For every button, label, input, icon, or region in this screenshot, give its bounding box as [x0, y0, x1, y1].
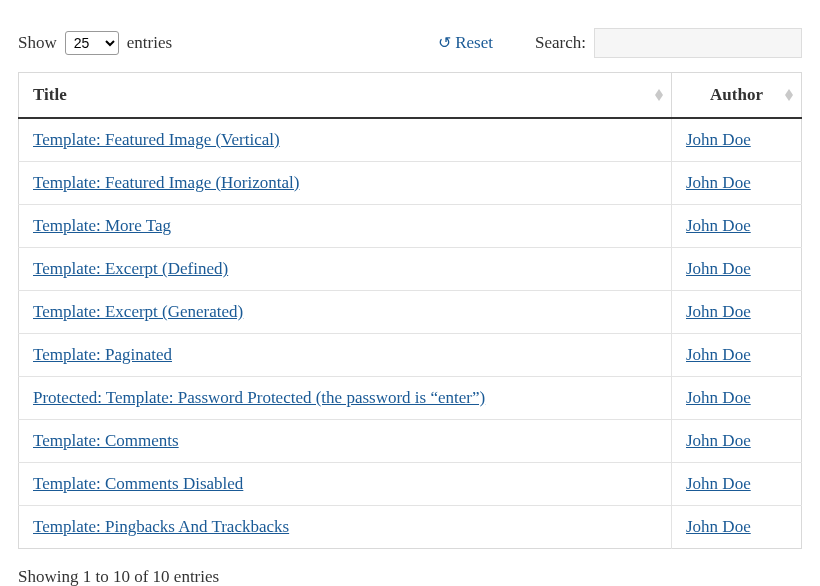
sort-icon — [785, 89, 793, 101]
post-title-link[interactable]: Template: Featured Image (Horizontal) — [33, 173, 299, 192]
table-row: Template: Pingbacks And TrackbacksJohn D… — [19, 506, 802, 549]
reset-button[interactable]: ↺ Reset — [438, 33, 493, 53]
author-link[interactable]: John Doe — [686, 474, 751, 493]
cell-author: John Doe — [672, 291, 802, 334]
reset-label: Reset — [455, 33, 493, 53]
show-label: Show — [18, 33, 57, 53]
column-header-author[interactable]: Author — [672, 73, 802, 119]
column-header-title[interactable]: Title — [19, 73, 672, 119]
post-title-link[interactable]: Template: More Tag — [33, 216, 171, 235]
cell-title: Template: Featured Image (Vertical) — [19, 118, 672, 162]
cell-author: John Doe — [672, 162, 802, 205]
author-link[interactable]: John Doe — [686, 130, 751, 149]
cell-title: Template: Paginated — [19, 334, 672, 377]
author-link[interactable]: John Doe — [686, 216, 751, 235]
author-link[interactable]: John Doe — [686, 345, 751, 364]
post-title-link[interactable]: Template: Featured Image (Vertical) — [33, 130, 280, 149]
reset-icon: ↺ — [438, 35, 451, 51]
table-info: Showing 1 to 10 of 10 entries — [18, 567, 802, 586]
author-link[interactable]: John Doe — [686, 302, 751, 321]
cell-author: John Doe — [672, 377, 802, 420]
post-title-link[interactable]: Template: Comments Disabled — [33, 474, 243, 493]
table-row: Template: More TagJohn Doe — [19, 205, 802, 248]
table-row: Template: Featured Image (Horizontal)Joh… — [19, 162, 802, 205]
author-link[interactable]: John Doe — [686, 259, 751, 278]
author-link[interactable]: John Doe — [686, 173, 751, 192]
search-input[interactable] — [594, 28, 802, 58]
cell-title: Protected: Template: Password Protected … — [19, 377, 672, 420]
cell-title: Template: More Tag — [19, 205, 672, 248]
cell-author: John Doe — [672, 118, 802, 162]
entries-label: entries — [127, 33, 172, 53]
post-title-link[interactable]: Protected: Template: Password Protected … — [33, 388, 485, 407]
post-title-link[interactable]: Template: Paginated — [33, 345, 172, 364]
cell-title: Template: Excerpt (Generated) — [19, 291, 672, 334]
table-row: Template: Comments DisabledJohn Doe — [19, 463, 802, 506]
cell-author: John Doe — [672, 334, 802, 377]
page-length-control: Show 102550100 entries — [18, 31, 172, 55]
column-author-label: Author — [710, 85, 763, 104]
cell-author: John Doe — [672, 205, 802, 248]
sort-icon — [655, 89, 663, 101]
cell-author: John Doe — [672, 420, 802, 463]
author-link[interactable]: John Doe — [686, 388, 751, 407]
table-body: Template: Featured Image (Vertical)John … — [19, 118, 802, 549]
cell-title: Template: Pingbacks And Trackbacks — [19, 506, 672, 549]
author-link[interactable]: John Doe — [686, 431, 751, 450]
column-title-label: Title — [33, 85, 67, 104]
page-length-select[interactable]: 102550100 — [65, 31, 119, 55]
cell-title: Template: Featured Image (Horizontal) — [19, 162, 672, 205]
cell-title: Template: Excerpt (Defined) — [19, 248, 672, 291]
post-title-link[interactable]: Template: Pingbacks And Trackbacks — [33, 517, 289, 536]
search-control: Search: — [535, 28, 802, 58]
posts-table: Title Author Template: Featured Image (V… — [18, 72, 802, 549]
table-row: Template: Featured Image (Vertical)John … — [19, 118, 802, 162]
cell-title: Template: Comments Disabled — [19, 463, 672, 506]
post-title-link[interactable]: Template: Excerpt (Defined) — [33, 259, 228, 278]
post-title-link[interactable]: Template: Excerpt (Generated) — [33, 302, 243, 321]
table-row: Template: CommentsJohn Doe — [19, 420, 802, 463]
table-row: Template: Excerpt (Generated)John Doe — [19, 291, 802, 334]
cell-author: John Doe — [672, 506, 802, 549]
table-row: Template: PaginatedJohn Doe — [19, 334, 802, 377]
table-row: Template: Excerpt (Defined)John Doe — [19, 248, 802, 291]
post-title-link[interactable]: Template: Comments — [33, 431, 179, 450]
search-label: Search: — [535, 33, 586, 53]
author-link[interactable]: John Doe — [686, 517, 751, 536]
cell-author: John Doe — [672, 248, 802, 291]
table-toolbar: Show 102550100 entries ↺ Reset Search: — [18, 28, 802, 58]
cell-author: John Doe — [672, 463, 802, 506]
cell-title: Template: Comments — [19, 420, 672, 463]
table-row: Protected: Template: Password Protected … — [19, 377, 802, 420]
